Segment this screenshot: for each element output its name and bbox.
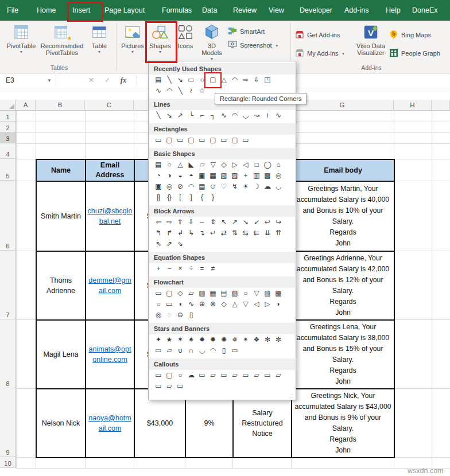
shape-item[interactable]: ☽ [251, 181, 262, 192]
ribbon-tab-view[interactable]: View [269, 0, 284, 21]
pivottable-button[interactable]: PivotTable ▼ [5, 23, 38, 54]
shape-item[interactable]: ▦ [207, 288, 218, 299]
shape-item[interactable]: ▱ [196, 159, 207, 170]
shape-item[interactable]: ▢ [164, 370, 174, 381]
shape-item[interactable]: ✵ [229, 334, 240, 345]
shape-item[interactable]: ≀ [262, 110, 273, 121]
email-link[interactable]: naoya@hotmail.com [88, 414, 131, 432]
row-header-1[interactable]: 1 [0, 111, 16, 122]
shape-item[interactable]: ▤ [196, 181, 207, 192]
shape-item[interactable]: ◣ [185, 159, 196, 170]
ribbon-tab-data[interactable]: Data [202, 0, 217, 21]
column-header-B[interactable]: B [36, 100, 85, 111]
shape-item[interactable]: ◎ [153, 310, 164, 321]
get-add-ins-button[interactable]: Get Add-ins [295, 30, 340, 40]
ribbon-tab-home[interactable]: Home [37, 0, 56, 21]
table-cell-email[interactable]: chuzi@sbcglobal.net [86, 181, 134, 251]
shape-item[interactable]: ▭ [164, 299, 174, 310]
email-link[interactable]: demmel@gmail.com [88, 276, 131, 295]
table-cell-name[interactable]: Magil Lena [36, 320, 86, 389]
shape-item[interactable]: ◎ [273, 170, 284, 181]
shape-item[interactable]: ↵ [207, 228, 218, 239]
shape-item[interactable]: ▭ [218, 370, 229, 381]
shape-item[interactable]: ⊗ [207, 299, 218, 310]
shape-item[interactable]: ▭ [153, 381, 164, 392]
insert-function-button[interactable]: fx [117, 74, 130, 87]
shape-item[interactable]: ▤ [218, 288, 229, 299]
shape-item[interactable]: ▭ [196, 370, 207, 381]
shape-item[interactable]: ▧ [229, 288, 240, 299]
shape-item[interactable]: ◡ [240, 110, 251, 121]
shape-item[interactable]: ⇨ [164, 217, 174, 228]
shape-item[interactable]: ▽ [207, 159, 218, 170]
shape-item[interactable]: ✶ [174, 334, 185, 345]
shape-item[interactable]: ◇ [174, 288, 185, 299]
row-header-2[interactable]: 2 [0, 122, 16, 132]
shape-item[interactable]: ↘ [164, 110, 174, 121]
shape-item[interactable]: ⇕ [207, 217, 218, 228]
shape-item[interactable]: × [174, 263, 185, 274]
shape-item[interactable]: ◓ [185, 170, 196, 181]
shape-item[interactable]: ] [185, 192, 196, 203]
ribbon-tab-add-ins[interactable]: Add-ins [344, 0, 368, 21]
shape-item[interactable]: ✸ [196, 334, 207, 345]
shape-item[interactable]: ÷ [185, 263, 196, 274]
shape-item[interactable]: ▢ [164, 135, 174, 146]
column-header-A[interactable]: A [16, 100, 36, 111]
shape-item[interactable]: { [196, 192, 207, 203]
shape-item[interactable]: ✹ [207, 334, 218, 345]
shape-item[interactable]: △ [218, 75, 229, 85]
shape-item[interactable]: ╲ [153, 110, 164, 121]
shape-item[interactable]: − [164, 263, 174, 274]
shape-item[interactable]: ↝ [251, 110, 262, 121]
shape-item[interactable]: ◠ [185, 181, 196, 192]
shape-item[interactable]: ◇ [218, 159, 229, 170]
shape-item[interactable]: ↪ [273, 217, 284, 228]
shape-item[interactable]: ◇ [218, 299, 229, 310]
shape-item[interactable]: □ [251, 159, 262, 170]
shape-item[interactable]: ↳ [185, 228, 196, 239]
shape-item[interactable]: ☆ [196, 85, 207, 96]
shape-item[interactable]: ⇩ [251, 75, 262, 85]
shape-item[interactable]: ↗ [229, 217, 240, 228]
shape-item[interactable]: ↩ [262, 217, 273, 228]
shape-item[interactable]: ╲ [164, 75, 174, 85]
shape-item[interactable]: } [207, 192, 218, 203]
shape-item[interactable]: ▥ [251, 170, 262, 181]
shape-item[interactable]: ▷ [262, 299, 273, 310]
row-header-9[interactable]: 9 [0, 388, 16, 457]
shape-item[interactable]: ▣ [196, 170, 207, 181]
shapes-button[interactable]: Shapes ▼ [148, 23, 173, 54]
shape-item[interactable]: ∿ [273, 110, 284, 121]
table-cell-body[interactable]: Greetings Nick, Your accumulated Salary … [292, 389, 394, 458]
shape-item[interactable]: ▨ [229, 170, 240, 181]
shape-item[interactable]: ⇅ [229, 228, 240, 239]
shape-item[interactable]: ╲ [174, 85, 185, 96]
table-cell-body[interactable]: Greetings Lena, Your accumulated Salary … [292, 320, 394, 389]
shape-item[interactable]: ⌂ [273, 159, 284, 170]
shape-item[interactable]: ○ [240, 288, 251, 299]
row-header-8[interactable]: 8 [0, 319, 16, 388]
shape-item[interactable]: ▱ [229, 370, 240, 381]
ribbon-tab-doneex[interactable]: DoneEx [412, 0, 437, 21]
table-cell-body[interactable]: Greetings Adrienne, Your accumulated Sal… [292, 251, 394, 320]
shape-item[interactable]: ▱ [251, 370, 262, 381]
shape-item[interactable]: ↲ [174, 228, 185, 239]
shape-item[interactable]: ▭ [153, 370, 164, 381]
shape-item[interactable]: ↴ [196, 228, 207, 239]
shape-item[interactable]: ▢ [207, 135, 218, 146]
shape-item[interactable]: ◠ [229, 110, 240, 121]
shape-item[interactable]: ▱ [207, 370, 218, 381]
shape-item[interactable]: ✻ [262, 334, 273, 345]
shape-item[interactable]: ◳ [262, 75, 273, 85]
row-header-5[interactable]: 5 [0, 159, 16, 181]
shape-item[interactable]: ↗ [174, 110, 185, 121]
shape-item[interactable]: ▢ [207, 75, 218, 85]
shape-item[interactable]: ◎ [164, 181, 174, 192]
shape-item[interactable]: ▽ [251, 288, 262, 299]
shape-item[interactable]: ▭ [229, 345, 240, 356]
shape-item[interactable]: ◒ [174, 170, 185, 181]
shape-item[interactable]: ▤ [153, 159, 164, 170]
shape-item[interactable]: ☀ [240, 181, 251, 192]
table-header-name[interactable]: Name [36, 159, 86, 181]
